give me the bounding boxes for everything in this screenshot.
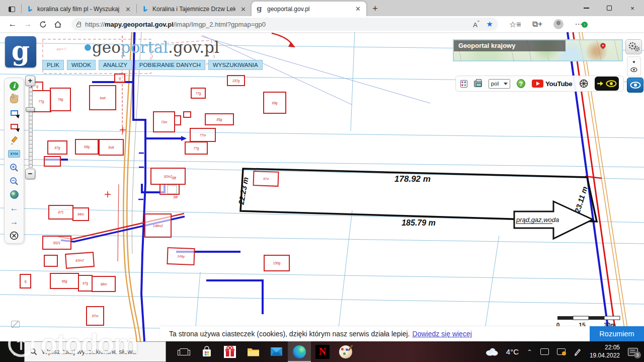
info-tool[interactable]: i [9, 81, 20, 91]
back-button[interactable]: ← [5, 18, 20, 31]
profile-avatar[interactable] [553, 19, 564, 29]
zoom-out-tool[interactable] [9, 176, 20, 186]
tab-close-icon[interactable]: ✕ [239, 6, 248, 13]
menu-pobieranie-danych[interactable]: POBIERANIE DANYCH [135, 60, 205, 70]
svg-text:q: q [25, 279, 27, 283]
building: bud [90, 86, 116, 110]
home-icon [54, 21, 62, 28]
file-explorer-button[interactable] [242, 341, 265, 362]
legend-button[interactable] [460, 80, 467, 88]
building [160, 184, 179, 194]
close-button[interactable]: × [621, 0, 644, 16]
zoom-handle[interactable] [26, 107, 35, 112]
collections-button[interactable]: ⧉+ [532, 20, 543, 29]
pen-icon[interactable] [574, 348, 582, 356]
tab-actions-button[interactable] [4, 3, 19, 16]
pan-tool[interactable] [9, 94, 20, 105]
dot-icon[interactable] [633, 61, 635, 63]
weather-temp[interactable]: 4°C [506, 347, 519, 356]
overview-map[interactable]: Geoportal krajowy [453, 39, 623, 61]
menu-wyszukiwania[interactable]: WYSZUKIWANIA [208, 60, 263, 70]
previous-view-tool[interactable]: ← [9, 203, 20, 213]
building: 85g [205, 114, 233, 125]
clock-time: 22:05 [590, 344, 620, 352]
read-aloud-button[interactable]: A” [473, 20, 479, 29]
small-eye-icon[interactable] [630, 67, 637, 72]
tab-close-icon[interactable]: ✕ [354, 5, 362, 13]
favorites-hub-button[interactable]: ☆≡ [509, 20, 521, 29]
search-icon [30, 348, 37, 355]
cookie-more-link[interactable]: Dowiedz się więcej [413, 330, 472, 338]
next-view-tool[interactable]: → [9, 216, 20, 227]
home-button[interactable] [50, 18, 65, 31]
tab-koralina-film[interactable]: Koralina i Tajemnicze Drzw Lekto ✕ [137, 2, 252, 16]
tab-geoportal[interactable]: g geoportal.gov.pl ✕ [252, 2, 366, 16]
clear-tool[interactable] [9, 230, 20, 241]
geoportal-dot-icon [85, 44, 91, 51]
tab-close-icon[interactable]: ✕ [124, 6, 132, 13]
zoom-in-tool[interactable] [9, 162, 20, 173]
contrast-toggle[interactable] [595, 77, 619, 91]
favorite-star-icon[interactable]: ★ [487, 20, 493, 29]
cookie-accept-button[interactable]: Rozumiem [590, 326, 644, 341]
building: 77g [185, 142, 207, 154]
gift-app-button[interactable] [218, 341, 242, 362]
mail-button[interactable] [265, 341, 288, 362]
tab-koralina-search[interactable]: koralina caly film pl - Wyszukaj ✕ [22, 2, 136, 16]
zoom-minus-button[interactable]: − [25, 169, 35, 179]
select-rect-tool[interactable] [9, 108, 20, 118]
cast-icon[interactable] [540, 348, 549, 355]
select-rect-red-tool[interactable] [9, 121, 20, 132]
netflix-button[interactable]: N [311, 341, 334, 362]
wheel-button[interactable] [579, 79, 588, 89]
building: 83m2 [65, 252, 94, 268]
new-tab-button[interactable]: + [366, 3, 384, 16]
language-select[interactable]: pol [489, 79, 510, 89]
accessibility-eye-button[interactable] [627, 78, 643, 93]
menu-analizy[interactable]: ANALIZY [99, 60, 132, 70]
xyh-tool[interactable]: XYH [9, 149, 20, 159]
globe-icon [10, 190, 19, 199]
url-host: mapy.geoportal.gov.pl [105, 21, 174, 28]
help-button[interactable]: ? [517, 79, 525, 88]
full-extent-tool[interactable] [9, 189, 20, 200]
svg-text:77g: 77g [39, 100, 44, 104]
tray-expand-chevron[interactable]: ⌃ [527, 349, 532, 355]
map-settings-button[interactable] [625, 39, 642, 54]
print-button[interactable] [474, 81, 482, 87]
taskbar-clock[interactable]: 22:05 19.04.2022 [590, 344, 620, 359]
youtube-button[interactable]: YouTube [532, 80, 573, 88]
task-view-button[interactable] [172, 341, 195, 362]
edge-button[interactable] [288, 341, 311, 362]
browser-tabbar: koralina caly film pl - Wyszukaj ✕ Koral… [0, 0, 644, 16]
tab-title: Koralina i Tajemnicze Drzw Lekto [152, 6, 235, 13]
circle-x-icon [10, 231, 19, 240]
url-text[interactable]: https://mapy.geoportal.gov.pl/imap/Imgp_… [85, 21, 469, 28]
maximize-button[interactable] [598, 0, 621, 16]
refresh-button[interactable] [35, 18, 50, 31]
red-select-icon [11, 124, 18, 129]
store-button[interactable] [195, 341, 218, 362]
menu-widok[interactable]: WIDOK [67, 60, 96, 70]
address-bar[interactable]: https://mapy.geoportal.gov.pl/imap/Imgp_… [71, 18, 498, 31]
zoom-track[interactable] [29, 87, 33, 168]
zoom-plus-button[interactable]: + [25, 76, 35, 86]
map-tool-palette: i XYH ← → [4, 78, 24, 244]
minimize-button[interactable] [575, 0, 598, 16]
measurement-left: 22.23 m [236, 176, 250, 205]
xyh-label: XYH [8, 150, 20, 158]
map-corner-handle[interactable] [11, 321, 20, 328]
geoportal-logo[interactable]: g [5, 36, 36, 67]
window-controls: × [575, 0, 644, 16]
notification-center-button[interactable]: 3 [628, 348, 638, 356]
taskbar-search[interactable]: Wpisz tutaj wyszukiwane słowa [24, 341, 166, 362]
screen-notification-icon[interactable] [557, 348, 566, 355]
settings-menu-button[interactable]: ⋯↑ [575, 20, 583, 29]
draw-tool[interactable] [9, 135, 20, 146]
forward-button[interactable]: → [20, 18, 35, 31]
start-button[interactable] [0, 341, 24, 362]
menu-plik[interactable]: PLIK [42, 60, 64, 70]
paint3d-button[interactable] [334, 341, 357, 362]
screen: koralina caly film pl - Wyszukaj ✕ Koral… [0, 0, 644, 362]
geoportal-menu: PLIK WIDOK ANALIZY POBIERANIE DANYCH WYS… [42, 60, 263, 70]
